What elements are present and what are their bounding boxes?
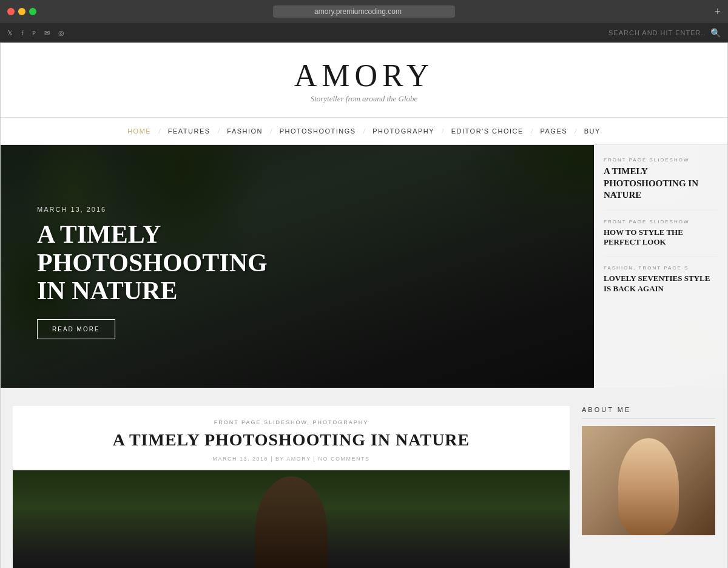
by-label: BY	[275, 456, 285, 462]
article-comments: NO COMMENTS	[318, 456, 369, 462]
nav-item-photography[interactable]: PHOTOGRAPHY	[365, 127, 442, 135]
minimize-button[interactable]	[18, 8, 25, 15]
article-title[interactable]: A TIMELY PHOTOSHOOTING IN NATURE	[31, 430, 551, 450]
meta-sep-1: |	[271, 456, 275, 462]
nav-item-photoshootings[interactable]: PHOTOSHOOTINGS	[272, 127, 363, 135]
site-nav: HOME / FEATURES / FASHION / PHOTOSHOOTIN…	[1, 118, 727, 145]
nav-item-buy[interactable]: BUY	[577, 127, 608, 135]
search-icon[interactable]: 🔍	[710, 28, 721, 38]
nav-item-features[interactable]: FEATURES	[161, 127, 218, 135]
sidebar-title-3[interactable]: LOVELY SEVENTIES STYLE IS BACK AGAIN	[604, 274, 718, 294]
hero-title: A TIMELY PHOTOSHOOTING IN NATURE	[37, 220, 292, 305]
below-fold: FRONT PAGE SLIDESHOW, PHOTOGRAPHY A TIME…	[1, 388, 727, 568]
widget-title: ABOUT ME	[582, 406, 715, 419]
close-button[interactable]	[7, 8, 15, 15]
email-icon[interactable]: ✉	[44, 29, 50, 37]
address-bar[interactable]: amory.premiumcoding.com	[273, 5, 455, 18]
sidebar-title-1[interactable]: A TIMELY PHOTOSHOOTING IN NATURE	[604, 166, 718, 201]
article-category[interactable]: FRONT PAGE SLIDESHOW, PHOTOGRAPHY	[31, 419, 551, 425]
nav-item-editors-choice[interactable]: EDITOR'S CHOICE	[444, 127, 531, 135]
browser-window-controls	[7, 8, 36, 15]
sidebar-panel-1: FRONT PAGE SLIDESHOW A TIMELY PHOTOSHOOT…	[604, 157, 718, 211]
nav-item-home[interactable]: HOME	[120, 127, 158, 135]
hero-section: MARCH 13, 2016 A TIMELY PHOTOSHOOTING IN…	[1, 145, 727, 388]
pinterest-icon[interactable]: P	[32, 29, 36, 37]
site-title[interactable]: AMORY	[13, 60, 715, 92]
search-area: 🔍	[608, 28, 721, 38]
nav-item-fashion[interactable]: FASHION	[220, 127, 270, 135]
search-input[interactable]	[608, 29, 706, 36]
site-tagline: Storyteller from around the Globe	[13, 94, 715, 104]
maximize-button[interactable]	[29, 8, 36, 15]
hero-sidebar: FRONT PAGE SLIDESHOW A TIMELY PHOTOSHOOT…	[594, 145, 727, 388]
hero-date: MARCH 13, 2016	[37, 206, 292, 213]
about-me-image	[582, 426, 715, 535]
sidebar-panel-2: FRONT PAGE SLIDESHOW HOW TO STYLE THE PE…	[604, 219, 718, 257]
url-text: amory.premiumcoding.com	[314, 7, 402, 16]
site-header: AMORY Storyteller from around the Globe	[1, 43, 727, 118]
article-image	[13, 470, 570, 568]
sidebar-widget: ABOUT ME	[582, 406, 715, 568]
new-tab-button[interactable]: +	[715, 5, 721, 18]
sidebar-title-2[interactable]: HOW TO STYLE THE PERFECT LOOK	[604, 228, 718, 248]
article-header: FRONT PAGE SLIDESHOW, PHOTOGRAPHY A TIME…	[13, 406, 570, 470]
sidebar-cat-3: FASHION, FRONT PAGE S	[604, 265, 718, 271]
main-article: FRONT PAGE SLIDESHOW, PHOTOGRAPHY A TIME…	[13, 406, 570, 568]
website-wrapper: AMORY Storyteller from around the Globe …	[0, 42, 728, 568]
article-meta: MARCH 13, 2016 | BY AMORY | NO COMMENTS	[31, 456, 551, 462]
nav-item-pages[interactable]: PAGES	[533, 127, 575, 135]
sidebar-cat-2: FRONT PAGE SLIDESHOW	[604, 219, 718, 225]
browser-chrome: amory.premiumcoding.com +	[0, 0, 728, 23]
hero-content: MARCH 13, 2016 A TIMELY PHOTOSHOOTING IN…	[37, 206, 292, 339]
twitter-icon[interactable]: 𝕏	[7, 29, 13, 37]
read-more-button[interactable]: READ MORE	[37, 319, 115, 339]
browser-toolbar: 𝕏 f P ✉ ◎ 🔍	[0, 23, 728, 42]
social-icons: 𝕏 f P ✉ ◎	[7, 29, 64, 37]
instagram-icon[interactable]: ◎	[58, 29, 64, 37]
sidebar-panel-3: FASHION, FRONT PAGE S LOVELY SEVENTIES S…	[604, 265, 718, 303]
sidebar-cat-1: FRONT PAGE SLIDESHOW	[604, 157, 718, 163]
article-date: MARCH 13, 2016	[213, 456, 269, 462]
article-author[interactable]: AMORY	[286, 456, 311, 462]
facebook-icon[interactable]: f	[21, 29, 24, 37]
